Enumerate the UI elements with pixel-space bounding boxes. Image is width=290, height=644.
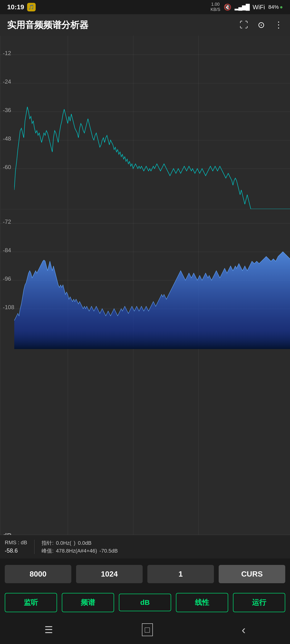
status-time: 10:19 xyxy=(7,3,24,11)
chart-area: -12 -24 -36 -48 -60 -72 -84 -96 -108 xyxy=(0,36,290,544)
nav-back-icon[interactable]: ‹ xyxy=(241,623,245,637)
more-options-icon[interactable]: ⋮ xyxy=(274,20,283,30)
info-divider-1 xyxy=(34,540,35,554)
app-notification-icon: 🎵 xyxy=(27,3,36,12)
peak-db: -70.5dB xyxy=(99,547,118,555)
signal-icon: ▂▄▆█ xyxy=(235,4,249,10)
wifi-icon: WiFi xyxy=(253,4,265,11)
db-label-neg60: -60 xyxy=(3,164,11,170)
battery-dot: ● xyxy=(280,4,283,10)
fft-size-button[interactable]: 1024 xyxy=(76,565,143,583)
nav-menu-icon[interactable]: ☰ xyxy=(45,624,53,635)
db-label-neg48: -48 xyxy=(3,135,11,142)
spectrum-button[interactable]: 频谱 xyxy=(62,593,114,612)
bottom-spectrum-chart xyxy=(14,214,290,349)
nav-home-icon[interactable]: □ xyxy=(142,623,153,636)
db-label-neg96: -96 xyxy=(3,276,11,282)
bottom-menu: 监听 频谱 dB 线性 运行 xyxy=(0,590,290,616)
battery-indicator: 84% ● xyxy=(268,4,283,10)
needle-freq: 0.0Hz( xyxy=(56,539,71,547)
avg-button[interactable]: 1 xyxy=(147,565,214,583)
db-label-neg84: -84 xyxy=(3,247,11,254)
db-label-neg108: -108 xyxy=(3,304,14,310)
status-bar: 10:19 🎵 1.00 KB/S 🔇 ▂▄▆█ WiFi 84% ● xyxy=(0,0,290,14)
chart-separator xyxy=(0,209,290,210)
cursor-button[interactable]: CURS xyxy=(219,565,285,583)
top-spectrum-chart xyxy=(14,48,290,209)
peak-label: 峰值: xyxy=(42,547,54,555)
fullscreen-icon[interactable]: ⛶ xyxy=(240,20,248,30)
db-label-neg72: -72 xyxy=(3,218,11,225)
db-label-neg24: -24 xyxy=(3,78,11,85)
rms-group: RMS : dB -58.6 xyxy=(5,538,27,555)
app-title: 实用音频频谱分析器 xyxy=(7,19,88,31)
title-bar: 实用音频频谱分析器 ⛶ ⊙ ⋮ xyxy=(0,14,290,36)
linear-button[interactable]: 线性 xyxy=(176,593,228,612)
battery-percent: 84% xyxy=(268,4,279,10)
db-label-neg36: -36 xyxy=(3,107,11,114)
needle-db: 0.0dB xyxy=(78,539,92,547)
grid-v-0 xyxy=(0,36,0,544)
needle-label: 指针: xyxy=(42,539,54,547)
mute-icon: 🔇 xyxy=(224,4,231,11)
network-speed: 1.00 KB/S xyxy=(211,2,220,12)
db-mode-button[interactable]: dB xyxy=(119,594,171,611)
info-bar: RMS : dB -58.6 指针: 0.0Hz( ) 0.0dB 峰值: 47… xyxy=(0,535,290,558)
run-button[interactable]: 运行 xyxy=(233,593,285,612)
svg-marker-0 xyxy=(14,252,290,349)
record-icon[interactable]: ⊙ xyxy=(258,20,265,30)
rms-value: -58.6 xyxy=(5,546,27,555)
status-left: 10:19 🎵 xyxy=(7,3,36,12)
navigation-bar: ☰ □ ‹ xyxy=(0,616,290,644)
rms-label: RMS : dB xyxy=(5,538,27,546)
needle-group: 指针: 0.0Hz( ) 0.0dB 峰值: 478.8Hz(A#4+46) -… xyxy=(42,539,285,555)
db-label-neg12: -12 xyxy=(3,50,11,56)
title-actions: ⛶ ⊙ ⋮ xyxy=(240,20,283,30)
monitor-button[interactable]: 监听 xyxy=(5,593,57,612)
needle-note: ) xyxy=(74,539,75,547)
sample-rate-button[interactable]: 8000 xyxy=(5,565,71,583)
status-right: 1.00 KB/S 🔇 ▂▄▆█ WiFi 84% ● xyxy=(211,2,283,12)
controls-bar: 8000 1024 1 CURS xyxy=(0,561,290,587)
peak-freq: 478.8Hz(A#4+46) xyxy=(56,547,97,555)
